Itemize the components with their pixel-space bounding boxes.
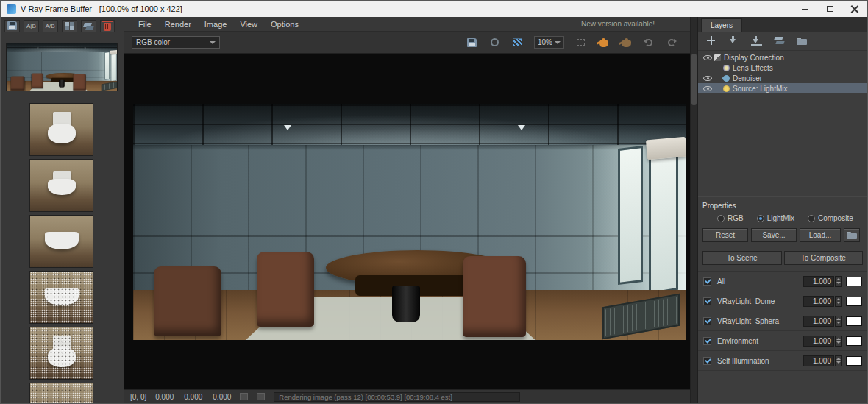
layer-row-denoiser[interactable]: Denoiser	[698, 73, 867, 83]
mode-lightmix[interactable]: LightMix	[757, 214, 794, 222]
menu-options[interactable]: Options	[264, 18, 305, 30]
render-button[interactable]	[597, 37, 610, 49]
compare-vertical-button[interactable]: A/B	[43, 20, 58, 32]
quad-compare-icon	[65, 22, 74, 30]
vray-app-icon	[7, 4, 16, 14]
light-color-swatch[interactable]	[846, 297, 862, 306]
save-layers-icon[interactable]	[751, 36, 762, 46]
history-thumbnail-toilet-2[interactable]	[29, 159, 93, 212]
render-image[interactable]	[133, 104, 686, 340]
save-image-button[interactable]	[466, 37, 479, 49]
menu-view[interactable]: View	[233, 18, 264, 30]
render-last-button[interactable]	[488, 37, 502, 49]
set-ab-button[interactable]	[81, 20, 96, 32]
scene-armchair	[154, 266, 221, 336]
checkbox-icon[interactable]	[703, 317, 711, 325]
mode-composite[interactable]: Composite	[808, 214, 853, 222]
zoom-value: 10%	[538, 38, 552, 46]
checkbox-icon[interactable]	[703, 277, 711, 286]
menu-render[interactable]: Render	[158, 18, 198, 30]
compare-horizontal-button[interactable]: A|B	[24, 20, 39, 32]
scene-armchair	[73, 74, 85, 91]
region-render-button[interactable]	[574, 37, 587, 49]
layer-row-source-lightmix[interactable]: Source: LightMix	[698, 83, 867, 93]
copy-color-icon[interactable]	[240, 393, 248, 400]
light-gizmo-icon	[518, 125, 525, 130]
light-multiplier-input[interactable]: 1.000	[803, 355, 834, 366]
display-correction-icon	[714, 54, 721, 61]
to-composite-button[interactable]: To Composite	[784, 251, 864, 265]
title-bar[interactable]: V-Ray Frame Buffer - [100.0% of 1000 x 4…	[1, 1, 867, 17]
clear-history-button[interactable]	[100, 20, 115, 32]
add-layer-icon[interactable]	[705, 36, 716, 46]
light-color-swatch[interactable]	[846, 277, 862, 286]
force-color-clamping-button[interactable]	[511, 37, 524, 49]
menu-file[interactable]: File	[132, 18, 158, 30]
visibility-eye-icon[interactable]	[703, 86, 712, 91]
light-multiplier-input[interactable]: 1.000	[803, 336, 834, 347]
scrollbar-handle[interactable]	[691, 54, 697, 105]
history-thumbnail-toilet-6[interactable]	[29, 383, 93, 403]
spinner-control[interactable]	[835, 276, 842, 287]
menu-image[interactable]: Image	[198, 18, 234, 30]
history-thumbnail-toilet-5[interactable]	[29, 327, 93, 380]
light-row-vraylight-sphera: VRayLight_Sphera 1.000	[698, 311, 867, 331]
checkbox-icon[interactable]	[703, 357, 711, 365]
history-thumbnail-toilet-1[interactable]	[29, 103, 93, 156]
channel-select-value: RGB color	[136, 38, 170, 46]
light-color-swatch[interactable]	[846, 316, 862, 326]
light-color-swatch[interactable]	[846, 336, 862, 346]
light-row-vraylight-dome: VRayLight_Dome 1.000	[698, 291, 867, 311]
menu-bar: File Render Image View Options New versi…	[124, 17, 690, 32]
undo-button[interactable]	[642, 37, 655, 49]
render-viewport	[124, 54, 690, 389]
checkbox-icon[interactable]	[703, 297, 711, 305]
teapot-render-icon	[599, 40, 608, 47]
layer-stack-icon[interactable]	[774, 36, 785, 46]
spinner-control[interactable]	[835, 355, 842, 366]
render-image[interactable]	[7, 43, 118, 91]
compare-quad-button[interactable]	[62, 20, 77, 32]
history-thumbnail-toilet-3[interactable]	[29, 215, 93, 268]
save-to-history-button[interactable]	[4, 20, 20, 32]
spinner-control[interactable]	[835, 296, 842, 307]
load-lightmix-button[interactable]: Load...	[800, 228, 841, 242]
render-interactive-button[interactable]	[619, 37, 633, 49]
zoom-control[interactable]: 10%	[534, 36, 564, 49]
light-multiplier-input[interactable]: 1.000	[803, 276, 834, 287]
save-lightmix-button[interactable]: Save...	[751, 228, 797, 242]
pixel-coords: [0, 0]	[130, 393, 146, 401]
light-color-swatch[interactable]	[846, 356, 862, 366]
channel-select[interactable]: RGB color	[132, 36, 220, 49]
checkbox-icon[interactable]	[703, 337, 711, 345]
light-multiplier-input[interactable]: 1.000	[803, 316, 834, 327]
browse-button[interactable]	[844, 228, 860, 242]
layer-row-lens-effects[interactable]: Lens Effects	[698, 63, 867, 73]
to-scene-button[interactable]: To Scene	[702, 251, 782, 265]
visibility-eye-icon[interactable]	[703, 76, 712, 81]
window-title: V-Ray Frame Buffer - [100.0% of 1000 x 4…	[21, 4, 182, 13]
minimize-icon	[802, 9, 808, 10]
lightmix-icon	[723, 85, 730, 92]
pixel-info-icon[interactable]	[257, 393, 265, 400]
layer-folder-icon[interactable]	[797, 36, 808, 46]
history-thumbnail-toilet-4[interactable]	[29, 271, 93, 324]
load-layers-icon[interactable]	[728, 36, 739, 46]
layer-row-display-correction[interactable]: Display Correction	[698, 52, 867, 63]
minimize-button[interactable]	[792, 1, 817, 17]
reset-button[interactable]: Reset	[702, 228, 748, 242]
mode-rgb[interactable]: RGB	[717, 214, 744, 222]
vertical-scrollbar[interactable]	[690, 17, 697, 403]
spinner-control[interactable]	[835, 336, 842, 347]
spinner-control[interactable]	[835, 316, 842, 327]
maximize-button[interactable]	[817, 1, 842, 17]
new-version-notice[interactable]: New version available!	[581, 20, 655, 28]
close-button[interactable]	[842, 1, 867, 17]
history-preview[interactable]	[6, 43, 118, 91]
thumb-shape	[48, 347, 76, 367]
light-multiplier-input[interactable]: 1.000	[803, 296, 834, 307]
redo-button[interactable]	[665, 37, 678, 49]
light-gizmo-icon	[85, 48, 86, 49]
tab-layers[interactable]: Layers	[701, 18, 742, 32]
visibility-eye-icon[interactable]	[703, 55, 712, 60]
